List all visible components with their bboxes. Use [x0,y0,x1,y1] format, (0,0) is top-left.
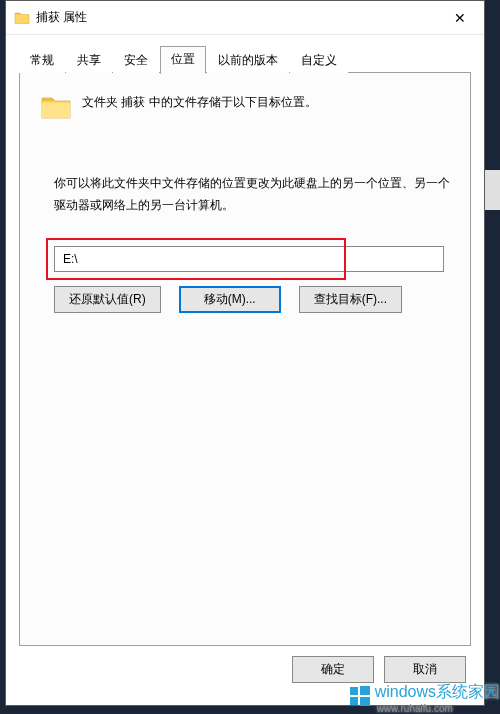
tab-previous-versions[interactable]: 以前的版本 [207,47,289,73]
tab-customize[interactable]: 自定义 [290,47,348,73]
folder-icon [14,10,30,26]
properties-dialog: 捕获 属性 ✕ 常规 共享 安全 位置 以前的版本 自定义 文 [5,0,485,706]
tab-sharing[interactable]: 共享 [66,47,112,73]
window-title: 捕获 属性 [36,9,438,26]
windows-logo-icon [349,685,371,711]
watermark: windows系统家园 www.ruhaifu.com [349,682,500,714]
svg-rect-2 [350,697,358,705]
watermark-url: www.ruhaifu.com [377,703,500,714]
tab-area: 常规 共享 安全 位置 以前的版本 自定义 文件夹 捕获 中的文件存储于以下目标… [6,35,484,646]
tab-content-location: 文件夹 捕获 中的文件存储于以下目标位置。 你可以将此文件夹中文件存储的位置更改… [19,73,471,646]
path-input[interactable] [54,246,444,272]
titlebar: 捕获 属性 ✕ [6,1,484,35]
watermark-text: windows系统家园 [375,682,500,703]
tab-security[interactable]: 安全 [113,47,159,73]
ok-button[interactable]: 确定 [292,656,374,683]
close-button[interactable]: ✕ [438,2,482,34]
find-target-button[interactable]: 查找目标(F)... [299,286,402,313]
svg-rect-1 [360,686,370,695]
tab-general[interactable]: 常规 [19,47,65,73]
tab-location[interactable]: 位置 [160,46,206,74]
folder-large-icon [40,91,72,123]
svg-rect-3 [360,697,370,706]
location-header-text: 文件夹 捕获 中的文件存储于以下目标位置。 [82,91,317,112]
tab-strip: 常规 共享 安全 位置 以前的版本 自定义 [19,45,471,73]
restore-default-button[interactable]: 还原默认值(R) [54,286,161,313]
cancel-button[interactable]: 取消 [384,656,466,683]
location-description: 你可以将此文件夹中文件存储的位置更改为此硬盘上的另一个位置、另一个驱动器或网络上… [54,173,450,216]
svg-rect-0 [350,687,358,695]
move-button[interactable]: 移动(M)... [179,286,281,313]
